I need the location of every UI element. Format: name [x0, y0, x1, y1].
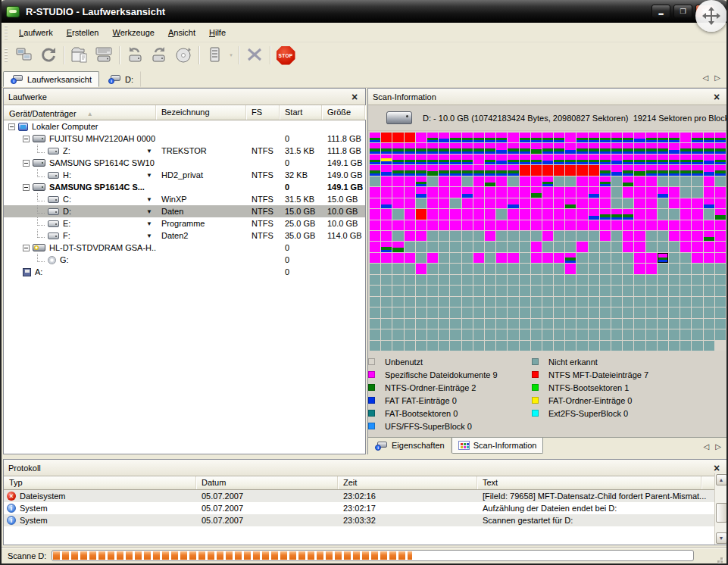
- scan-block[interactable]: [634, 133, 645, 142]
- expander-icon[interactable]: [23, 245, 30, 251]
- scan-block[interactable]: [531, 329, 542, 339]
- scan-block[interactable]: [370, 253, 380, 263]
- scan-block[interactable]: [520, 176, 530, 186]
- scan-block[interactable]: [381, 231, 392, 241]
- scan-block[interactable]: [462, 341, 473, 351]
- scan-block[interactable]: [450, 231, 461, 241]
- scan-block[interactable]: [531, 286, 542, 295]
- scan-block[interactable]: [496, 220, 507, 230]
- scan-block[interactable]: [669, 198, 680, 208]
- scan-block[interactable]: [704, 187, 714, 197]
- scan-block[interactable]: [416, 242, 426, 251]
- scan-block[interactable]: [669, 264, 680, 273]
- scan-block[interactable]: [634, 198, 645, 208]
- scan-block[interactable]: [680, 242, 691, 251]
- scan-block[interactable]: [485, 220, 495, 230]
- scan-block[interactable]: [646, 253, 657, 263]
- scan-block[interactable]: [508, 264, 518, 273]
- scan-block[interactable]: [439, 275, 449, 285]
- scan-block[interactable]: [611, 198, 622, 208]
- toolbar-scan-button[interactable]: [123, 45, 147, 66]
- scan-block[interactable]: [589, 165, 599, 175]
- scan-block[interactable]: [405, 253, 415, 263]
- scan-block[interactable]: [589, 253, 599, 263]
- scan-block[interactable]: [508, 165, 518, 175]
- scan-block[interactable]: [554, 220, 564, 230]
- scan-block[interactable]: [439, 133, 449, 142]
- scan-block[interactable]: [439, 264, 449, 273]
- scan-block[interactable]: [600, 329, 611, 339]
- scan-block[interactable]: [565, 307, 576, 317]
- column-header-zeit[interactable]: Zeit: [338, 476, 477, 489]
- scan-block[interactable]: [600, 319, 611, 329]
- scan-block[interactable]: [370, 143, 380, 153]
- scan-block[interactable]: [658, 341, 668, 351]
- scan-block[interactable]: [576, 220, 587, 230]
- scan-block[interactable]: [600, 133, 611, 142]
- expander-icon[interactable]: [23, 136, 30, 142]
- menu-item-erstellen[interactable]: Erstellen: [60, 25, 106, 40]
- scan-block[interactable]: [658, 264, 668, 273]
- scan-block[interactable]: [439, 165, 449, 175]
- scan-block[interactable]: [600, 220, 611, 230]
- scan-block[interactable]: [520, 341, 530, 351]
- scan-block[interactable]: [576, 242, 587, 251]
- scan-block[interactable]: [623, 329, 633, 339]
- tree-row-z[interactable]: Z:TREKSTORNTFS31.5 KB111.8 GB: [4, 145, 365, 157]
- column-header-groesse[interactable]: Größe: [322, 105, 365, 120]
- scan-block[interactable]: [704, 242, 714, 251]
- scan-block[interactable]: [520, 209, 530, 219]
- scan-block[interactable]: [405, 307, 415, 317]
- scan-block[interactable]: [439, 143, 449, 153]
- scan-block[interactable]: [462, 143, 473, 153]
- scan-block[interactable]: [576, 176, 587, 186]
- scan-block[interactable]: [496, 341, 507, 351]
- scan-block[interactable]: [669, 286, 680, 295]
- scan-block[interactable]: [704, 155, 714, 164]
- scan-block[interactable]: [405, 231, 415, 241]
- scan-block[interactable]: [542, 143, 553, 153]
- scan-block[interactable]: [485, 143, 495, 153]
- scan-block[interactable]: [520, 297, 530, 307]
- scan-block[interactable]: [485, 253, 495, 263]
- scan-block[interactable]: [692, 198, 702, 208]
- volume-dropdown-icon[interactable]: [146, 233, 156, 239]
- scan-block[interactable]: [392, 319, 403, 329]
- scan-block[interactable]: [439, 329, 449, 339]
- scan-block[interactable]: [405, 341, 415, 351]
- scan-block[interactable]: [416, 209, 426, 219]
- scan-block[interactable]: [520, 275, 530, 285]
- scan-block[interactable]: [520, 242, 530, 251]
- scan-block[interactable]: [427, 187, 438, 197]
- scan-block[interactable]: [427, 319, 438, 329]
- scan-block[interactable]: [427, 253, 438, 263]
- scan-block[interactable]: [473, 286, 484, 295]
- scan-block[interactable]: [416, 253, 426, 263]
- scan-block[interactable]: [600, 187, 611, 197]
- scan-panel-close-button[interactable]: [711, 91, 723, 103]
- scan-block[interactable]: [381, 307, 392, 317]
- scan-block[interactable]: [623, 297, 633, 307]
- scan-block[interactable]: [611, 275, 622, 285]
- scan-block[interactable]: [531, 319, 542, 329]
- scan-block[interactable]: [646, 275, 657, 285]
- scan-block[interactable]: [462, 231, 473, 241]
- scan-block[interactable]: [392, 242, 403, 251]
- scan-block[interactable]: [439, 341, 449, 351]
- scan-block[interactable]: [542, 319, 553, 329]
- scan-block[interactable]: [589, 220, 599, 230]
- scan-block[interactable]: [520, 231, 530, 241]
- scan-block[interactable]: [427, 220, 438, 230]
- scan-block[interactable]: [370, 242, 380, 251]
- scan-block[interactable]: [473, 341, 484, 351]
- scan-block[interactable]: [680, 133, 691, 142]
- scan-block[interactable]: [576, 329, 587, 339]
- scan-block[interactable]: [669, 329, 680, 339]
- scan-block[interactable]: [554, 329, 564, 339]
- scan-block[interactable]: [658, 143, 668, 153]
- scan-block[interactable]: [405, 209, 415, 219]
- scan-block[interactable]: [462, 187, 473, 197]
- scroll-down-button[interactable]: [716, 532, 727, 544]
- scan-block[interactable]: [473, 264, 484, 273]
- scan-block[interactable]: [623, 242, 633, 251]
